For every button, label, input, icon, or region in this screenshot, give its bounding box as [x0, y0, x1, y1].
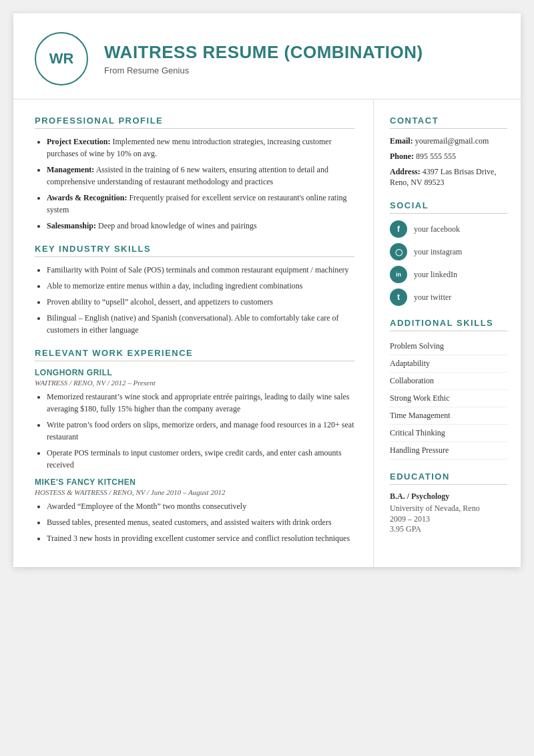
bullet-bold: Project Execution: — [47, 137, 110, 146]
contact-email: Email: youremail@gmail.com — [390, 136, 507, 147]
resume-page: WR WAITRESS RESUME (COMBINATION) From Re… — [13, 13, 521, 567]
facebook-icon: f — [390, 220, 407, 238]
list-item: Proven ability to “upsell” alcohol, dess… — [47, 296, 354, 308]
header-text: WAITRESS RESUME (COMBINATION) From Resum… — [104, 42, 423, 75]
email-label: Email: — [390, 136, 413, 146]
bullet-bold: Management: — [47, 165, 94, 174]
facebook-label: your facebook — [414, 224, 460, 234]
linkedin-label: your linkedIn — [414, 270, 457, 280]
key-skills-title: KEY INDUSTRY SKILLS — [35, 244, 354, 257]
avatar: WR — [35, 32, 88, 85]
skill-work-ethic: Strong Work Ethic — [390, 390, 507, 407]
job-title-1: WAITRESS / RENO, NV / 2012 – Present — [35, 379, 354, 387]
contact-phone: Phone: 895 555 555 — [390, 151, 507, 162]
right-column: CONTACT Email: youremail@gmail.com Phone… — [374, 100, 521, 567]
list-item: Bussed tables, presented menus, seated c… — [47, 516, 354, 528]
list-item: Project Execution: Implemented new menu … — [47, 136, 354, 160]
job-title-2: HOSTESS & WAITRESS / RENO, NV / June 201… — [35, 488, 354, 496]
phone-label: Phone: — [390, 152, 414, 161]
list-item: Bilingual – English (native) and Spanish… — [47, 312, 354, 336]
list-item: Awards & Recognition: Frequently praised… — [47, 192, 354, 216]
email-value: youremail@gmail.com — [415, 136, 489, 146]
company-name-2: MIKE'S FANCY KITCHEN — [35, 478, 354, 487]
address-label: Address: — [390, 167, 421, 176]
skill-time-management: Time Management — [390, 407, 507, 425]
list-item: Salesmanship: Deep and broad knowledge o… — [47, 220, 354, 232]
instagram-label: your instagram — [414, 247, 462, 257]
skill-handling-pressure: Handling Pressure — [390, 442, 507, 459]
edu-years: 2009 – 2013 — [390, 514, 507, 524]
education-title: EDUCATION — [390, 471, 507, 485]
social-title: SOCIAL — [390, 200, 507, 214]
bullet-bold: Awards & Recognition: — [47, 193, 127, 202]
twitter-icon: t — [390, 289, 407, 306]
skill-collaboration: Collaboration — [390, 373, 507, 390]
resume-title: WAITRESS RESUME (COMBINATION) — [104, 42, 423, 63]
job-2-bullets: Awarded “Employee of the Month” two mont… — [35, 500, 354, 544]
social-facebook[interactable]: f your facebook — [390, 220, 507, 238]
resume-subtitle: From Resume Genius — [104, 65, 423, 75]
social-twitter[interactable]: t your twitter — [390, 289, 507, 306]
skill-critical-thinking: Critical Thinking — [390, 425, 507, 442]
bullet-bold: Salesmanship: — [47, 221, 96, 230]
list-item: Able to memorize entire menus within a d… — [47, 280, 354, 292]
social-linkedin[interactable]: in your linkedIn — [390, 266, 507, 283]
key-skills-list: Familiarity with Point of Sale (POS) ter… — [35, 264, 354, 336]
edu-degree: B.A. / Psychology — [390, 492, 507, 502]
additional-skills-title: ADDITIONAL SKILLS — [390, 318, 507, 331]
skill-problem-solving: Problem Solving — [390, 338, 507, 355]
social-instagram[interactable]: ◯ your instagram — [390, 243, 507, 260]
instagram-icon: ◯ — [390, 243, 407, 260]
list-item: Write patron’s food orders on slips, mem… — [47, 419, 354, 443]
work-experience-title: RELEVANT WORK EXPERIENCE — [35, 348, 354, 361]
professional-profile-list: Project Execution: Implemented new menu … — [35, 136, 354, 232]
contact-title: CONTACT — [390, 116, 507, 129]
phone-value: 895 555 555 — [416, 152, 456, 161]
avatar-initials: WR — [49, 50, 74, 67]
edu-school: University of Nevada, Reno — [390, 503, 507, 514]
body: PROFESSIONAL PROFILE Project Execution: … — [13, 100, 521, 567]
header: WR WAITRESS RESUME (COMBINATION) From Re… — [13, 13, 521, 100]
professional-profile-title: PROFESSIONAL PROFILE — [35, 116, 354, 129]
job-1-bullets: Memorized restaurant’s wine stock and ap… — [35, 391, 354, 471]
left-column: PROFESSIONAL PROFILE Project Execution: … — [13, 100, 374, 567]
skill-adaptability: Adaptability — [390, 355, 507, 373]
list-item: Management: Assisted in the training of … — [47, 164, 354, 188]
company-name-1: LONGHORN GRILL — [35, 368, 354, 377]
list-item: Awarded “Employee of the Month” two mont… — [47, 500, 354, 512]
education-block: B.A. / Psychology University of Nevada, … — [390, 492, 507, 534]
list-item: Operate POS terminals to input customer … — [47, 447, 354, 471]
list-item: Trained 3 new hosts in providing excelle… — [47, 532, 354, 544]
contact-address: Address: 4397 Las Brisas Drive, Reno, NV… — [390, 166, 507, 189]
list-item: Familiarity with Point of Sale (POS) ter… — [47, 264, 354, 276]
list-item: Memorized restaurant’s wine stock and ap… — [47, 391, 354, 415]
edu-gpa: 3.95 GPA — [390, 524, 507, 534]
linkedin-icon: in — [390, 266, 407, 283]
twitter-label: your twitter — [414, 293, 451, 303]
